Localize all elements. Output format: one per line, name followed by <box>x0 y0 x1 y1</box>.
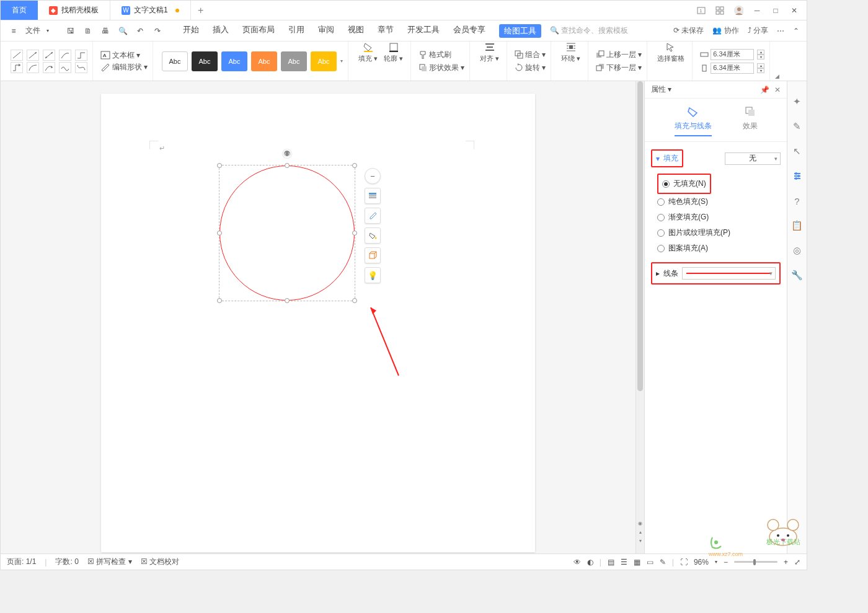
view-read-icon[interactable]: ▭ <box>647 558 653 567</box>
align-button[interactable]: 对齐 ▾ <box>477 42 502 81</box>
more-icon[interactable]: ⋯ <box>777 27 784 35</box>
tool-layout[interactable] <box>365 188 381 204</box>
radio-pattern-fill[interactable]: 图案填充(A) <box>657 240 730 256</box>
rotate-button[interactable]: 旋转 ▾ <box>515 62 546 74</box>
view-outline-icon[interactable]: ☰ <box>621 558 627 567</box>
canvas[interactable]: ↵ − <box>1 81 636 553</box>
close-button[interactable]: ✕ <box>789 6 799 15</box>
zoom-slider[interactable] <box>734 561 777 563</box>
rail-help-icon[interactable]: ? <box>792 195 803 206</box>
reading-mode-icon[interactable]: 1 <box>696 6 706 15</box>
unsaved-label[interactable]: ⟳ 未保存 <box>673 25 704 36</box>
line-shape-10[interactable] <box>75 62 87 73</box>
style-more-icon[interactable]: ▾ <box>340 58 343 64</box>
line-shape-4[interactable] <box>59 50 71 61</box>
line-section[interactable]: ▸ 线条 <box>651 262 781 284</box>
rail-target-icon[interactable]: ◎ <box>792 245 803 256</box>
tool-3d[interactable] <box>365 247 381 263</box>
pin-icon[interactable]: 📌 <box>760 86 769 94</box>
menu-member[interactable]: 会员专享 <box>453 24 485 38</box>
radio-no-fill[interactable]: 无填充(N) <box>662 176 706 192</box>
radio-gradient-fill[interactable]: 渐变填充(G) <box>657 209 730 225</box>
rail-tools-icon[interactable]: 🔧 <box>792 270 803 281</box>
status-page[interactable]: 页面: 1/1 <box>7 557 36 567</box>
menu-chapter[interactable]: 章节 <box>378 24 394 38</box>
apps-icon[interactable] <box>715 6 725 15</box>
line-shape-3[interactable] <box>43 50 55 61</box>
scroll-next-icon[interactable]: ▾ <box>636 536 644 545</box>
save-as-icon[interactable]: 🗎 <box>82 25 94 37</box>
tab-template[interactable]: ◆ 找稻壳模板 <box>38 1 110 20</box>
search-input[interactable]: 🔍 查找命令、搜索模板 <box>550 25 628 36</box>
tool-idea[interactable]: 💡 <box>365 267 381 283</box>
radio-picture-fill[interactable]: 图片或纹理填充(P) <box>657 225 730 240</box>
collapse-ribbon-icon[interactable]: ⌃ <box>793 27 799 35</box>
line-shape-7[interactable] <box>27 62 39 73</box>
status-focus-icon[interactable]: ◐ <box>587 558 593 567</box>
width-down[interactable]: ▾ <box>757 55 764 60</box>
collab-button[interactable]: 👥 协作 <box>712 25 738 36</box>
prop-tab-fill-line[interactable]: 填充与线条 <box>675 105 712 136</box>
outline-button[interactable]: 轮廓 ▾ <box>381 42 405 81</box>
resize-handle-e[interactable] <box>352 231 357 236</box>
height-up[interactable]: ▴ <box>757 63 764 68</box>
selected-shape[interactable] <box>219 165 355 301</box>
line-shape-1[interactable] <box>11 50 23 61</box>
save-icon[interactable]: 🖫 <box>65 25 76 37</box>
line-shape-8[interactable] <box>43 62 55 73</box>
resize-handle-n[interactable] <box>285 163 290 168</box>
width-input[interactable]: 6.34厘米 <box>711 49 754 60</box>
resize-handle-nw[interactable] <box>217 163 222 168</box>
zoom-in-button[interactable]: + <box>784 558 788 567</box>
textbox-button[interactable]: A文本框 ▾ <box>100 50 148 61</box>
shape-style-1[interactable]: Abc <box>162 51 188 71</box>
height-down[interactable]: ▾ <box>757 68 764 73</box>
line-shape-9[interactable] <box>59 62 71 73</box>
status-spellcheck[interactable]: ☒ 拼写检查 ▾ <box>87 557 132 567</box>
selection-pane-button[interactable]: 选择窗格 <box>655 42 687 81</box>
resize-handle-se[interactable] <box>352 298 357 303</box>
circle-shape[interactable] <box>219 165 355 301</box>
format-painter-button[interactable]: 格式刷 <box>418 49 464 61</box>
tab-home[interactable]: 首页 <box>1 1 38 20</box>
menu-view[interactable]: 视图 <box>348 24 364 38</box>
view-print-icon[interactable]: ▤ <box>608 558 614 567</box>
vertical-scrollbar[interactable]: ◉ ▴ ▾ <box>636 81 644 553</box>
fill-type-select[interactable]: 无 <box>725 152 781 165</box>
tab-document[interactable]: W 文字文稿1 <box>110 1 191 20</box>
share-button[interactable]: ⤴ 分享 <box>748 25 768 36</box>
menu-insert[interactable]: 插入 <box>213 24 229 38</box>
status-eye-icon[interactable]: 👁 <box>574 558 581 567</box>
line-shape-5[interactable] <box>75 50 87 61</box>
maximize-button[interactable]: □ <box>771 6 781 15</box>
send-backward-button[interactable]: 下移一层 ▾ <box>596 62 642 74</box>
zoom-level[interactable]: 96% <box>694 558 709 567</box>
wrap-button[interactable]: 环绕 ▾ <box>559 42 583 81</box>
rail-pen-icon[interactable]: ✎ <box>792 121 803 132</box>
hamburger-icon[interactable]: ≡ <box>8 25 19 37</box>
view-web-icon[interactable]: ▦ <box>634 558 640 567</box>
bring-forward-button[interactable]: 上移一层 ▾ <box>596 49 642 61</box>
menu-page-layout[interactable]: 页面布局 <box>242 24 275 38</box>
shape-style-6[interactable]: Abc <box>311 51 337 71</box>
resize-handle-sw[interactable] <box>217 298 222 303</box>
menu-review[interactable]: 审阅 <box>318 24 334 38</box>
scroll-prev-icon[interactable]: ▴ <box>636 527 644 536</box>
scroll-mode-icon[interactable]: ◉ <box>636 519 644 527</box>
redo-icon[interactable]: ↷ <box>152 25 163 37</box>
resize-handle-ne[interactable] <box>352 163 357 168</box>
fullscreen-icon[interactable]: ⤢ <box>794 558 800 567</box>
rail-clipboard-icon[interactable]: 📋 <box>792 220 803 231</box>
zoom-out-button[interactable]: − <box>724 558 728 567</box>
status-proofread[interactable]: ☒ 文档校对 <box>141 557 179 567</box>
fill-button[interactable]: 填充 ▾ <box>356 42 380 81</box>
status-words[interactable]: 字数: 0 <box>55 557 78 567</box>
minimize-button[interactable]: ─ <box>752 6 762 15</box>
line-shape-6[interactable] <box>11 62 23 73</box>
line-color-select[interactable] <box>682 267 776 280</box>
shape-style-2[interactable]: Abc <box>192 51 218 71</box>
menu-start[interactable]: 开始 <box>183 24 199 38</box>
undo-icon[interactable]: ↶ <box>135 25 146 37</box>
menu-references[interactable]: 引用 <box>288 24 304 38</box>
resize-handle-s[interactable] <box>285 298 290 303</box>
